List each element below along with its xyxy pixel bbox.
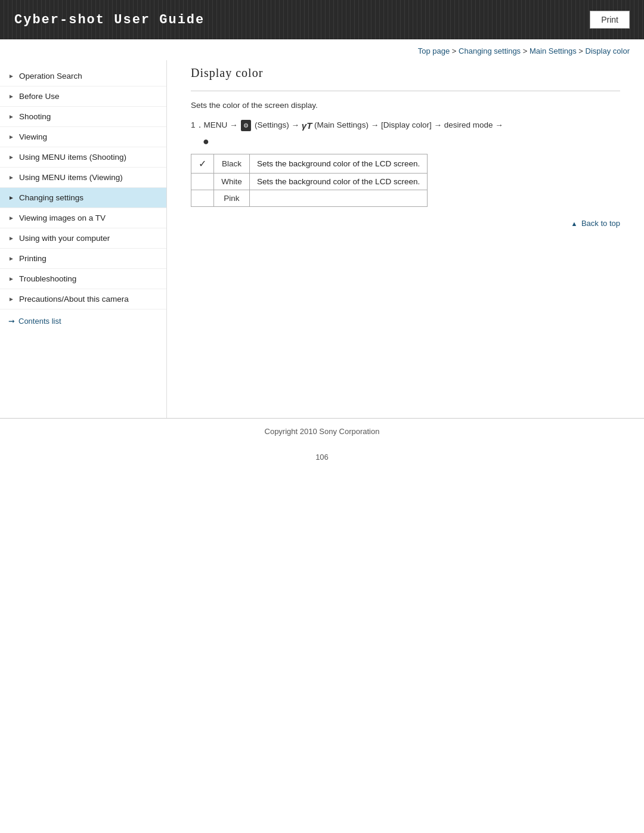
print-button[interactable]: Print xyxy=(590,11,630,29)
content-area: Display color Sets the color of the scre… xyxy=(167,60,644,418)
arrow-icon: ► xyxy=(8,154,14,160)
sidebar-item-label: Shooting xyxy=(19,112,51,121)
breadcrumb-display-color[interactable]: Display color xyxy=(586,47,630,55)
arrow-icon: ► xyxy=(8,134,14,140)
arrow-icon: ► xyxy=(8,296,14,302)
sidebar-item-label: Troubleshooting xyxy=(19,274,76,283)
arrow-icon: ► xyxy=(8,255,14,262)
arrow-icon: ► xyxy=(8,113,14,120)
sidebar-item-label: Operation Search xyxy=(19,72,82,80)
arrow-right-icon: ➞ xyxy=(8,317,15,326)
sidebar-item-label: Printing xyxy=(19,254,47,263)
sidebar-item-label: Changing settings xyxy=(19,193,83,202)
sidebar-item-label: Using with your computer xyxy=(19,234,110,243)
table-row: Pink xyxy=(191,190,428,206)
page-number: 106 xyxy=(0,444,644,470)
color-name-black: Black xyxy=(214,154,250,173)
arrow-icon: ► xyxy=(8,215,14,221)
sidebar-item-label: Viewing images on a TV xyxy=(19,213,106,222)
sidebar-item-label: Using MENU items (Viewing) xyxy=(19,173,123,182)
check-cell xyxy=(191,190,214,206)
sidebar-item-viewing[interactable]: ► Viewing xyxy=(0,127,166,147)
footer: Copyright 2010 Sony Corporation xyxy=(0,418,644,444)
sidebar-item-label: Before Use xyxy=(19,92,60,101)
contents-list-label: Contents list xyxy=(18,317,61,326)
color-options-table: ✓ Black Sets the background color of the… xyxy=(191,154,428,207)
sidebar-item-printing[interactable]: ► Printing xyxy=(0,249,166,269)
sidebar-item-label: Viewing xyxy=(19,132,47,141)
sidebar: ► Operation Search ► Before Use ► Shooti… xyxy=(0,60,167,418)
sidebar-item-label: Using MENU items (Shooting) xyxy=(19,153,126,162)
color-desc-black: Sets the background color of the LCD scr… xyxy=(250,154,428,173)
copyright-text: Copyright 2010 Sony Corporation xyxy=(265,427,380,436)
contents-list-link[interactable]: ➞ Contents list xyxy=(0,309,166,333)
arrow-icon: ► xyxy=(8,73,14,79)
color-name-white: White xyxy=(214,173,250,190)
back-to-top-label: Back to top xyxy=(581,219,620,228)
main-settings-icon: γT xyxy=(302,120,312,131)
arrow-icon: ► xyxy=(8,93,14,100)
sidebar-item-troubleshooting[interactable]: ► Troubleshooting xyxy=(0,269,166,289)
sidebar-item-using-menu-viewing[interactable]: ► Using MENU items (Viewing) xyxy=(0,168,166,188)
back-to-top: ▲ Back to top xyxy=(191,219,620,228)
breadcrumb-main-settings[interactable]: Main Settings xyxy=(530,47,577,55)
back-to-top-link[interactable]: ▲ Back to top xyxy=(571,219,620,228)
triangle-icon: ▲ xyxy=(571,220,577,227)
color-desc-pink xyxy=(250,190,428,206)
instruction-text: 1．MENU → ⚙ (Settings) → γT (Main Setting… xyxy=(191,118,620,147)
check-cell: ✓ xyxy=(191,154,214,173)
sidebar-item-using-computer[interactable]: ► Using with your computer xyxy=(0,228,166,249)
header: Cyber-shot User Guide Print xyxy=(0,0,644,39)
settings-icon: ⚙ xyxy=(241,120,251,131)
color-desc-white: Sets the background color of the LCD scr… xyxy=(250,173,428,190)
sidebar-item-viewing-tv[interactable]: ► Viewing images on a TV xyxy=(0,208,166,228)
table-row: ✓ Black Sets the background color of the… xyxy=(191,154,428,173)
app-title: Cyber-shot User Guide xyxy=(14,13,205,27)
breadcrumb: Top page > Changing settings > Main Sett… xyxy=(0,39,644,60)
breadcrumb-top-page[interactable]: Top page xyxy=(418,47,450,55)
check-cell xyxy=(191,173,214,190)
sidebar-item-before-use[interactable]: ► Before Use xyxy=(0,86,166,107)
arrow-icon: ► xyxy=(8,194,14,201)
sidebar-item-operation-search[interactable]: ► Operation Search xyxy=(0,66,166,86)
color-name-pink: Pink xyxy=(214,190,250,206)
page-title: Display color xyxy=(191,66,620,80)
page-title-section: Display color xyxy=(191,66,620,91)
bullet-point: ● xyxy=(203,136,620,147)
arrow-icon: ► xyxy=(8,174,14,181)
arrow-icon: ► xyxy=(8,235,14,241)
sidebar-item-changing-settings[interactable]: ► Changing settings xyxy=(0,188,166,208)
breadcrumb-changing-settings[interactable]: Changing settings xyxy=(459,47,521,55)
sidebar-item-precautions[interactable]: ► Precautions/About this camera xyxy=(0,289,166,309)
table-row: White Sets the background color of the L… xyxy=(191,173,428,190)
main-layout: ► Operation Search ► Before Use ► Shooti… xyxy=(0,60,644,418)
arrow-icon: ► xyxy=(8,275,14,282)
sidebar-item-shooting[interactable]: ► Shooting xyxy=(0,107,166,127)
sidebar-item-using-menu-shooting[interactable]: ► Using MENU items (Shooting) xyxy=(0,147,166,168)
page-description: Sets the color of the screen display. xyxy=(191,101,620,110)
sidebar-item-label: Precautions/About this camera xyxy=(19,295,129,304)
